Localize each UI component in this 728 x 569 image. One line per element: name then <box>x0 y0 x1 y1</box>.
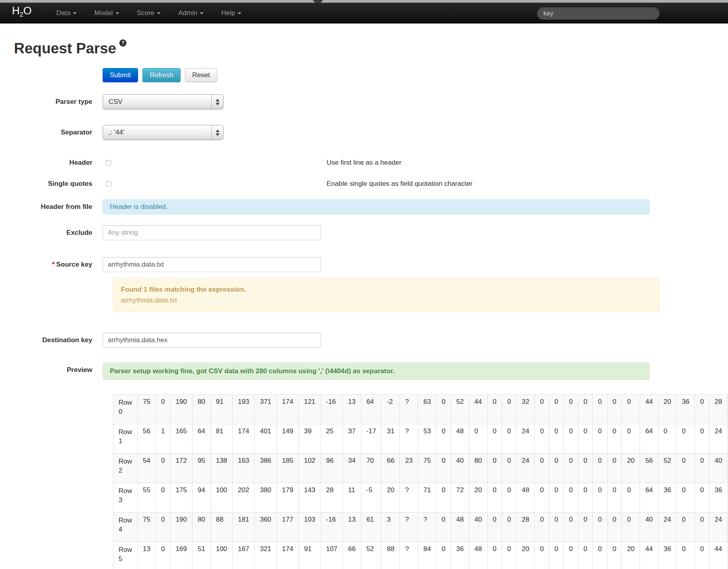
row-label-cell: Row 1 <box>113 424 138 454</box>
nav-item-label: Help <box>221 9 235 17</box>
preview-label: Preview <box>0 362 103 374</box>
table-cell: 94 <box>192 483 210 512</box>
table-cell: 1 <box>156 424 170 454</box>
single-quotes-checkbox[interactable] <box>106 181 111 187</box>
table-cell: 0 <box>593 395 607 424</box>
table-cell: 0 <box>487 512 502 542</box>
table-cell: 360 <box>255 512 276 542</box>
table-cell: 401 <box>255 424 276 454</box>
files-matching-alert: Found 1 files matching the expression. a… <box>113 278 660 312</box>
nav-item-label: Admin <box>178 9 197 17</box>
table-cell: 0 <box>578 512 592 542</box>
table-cell: 0 <box>593 454 607 483</box>
table-cell: 0 <box>578 454 592 483</box>
parser-type-select[interactable]: CSV <box>103 94 224 109</box>
nav-item-score[interactable]: Score <box>128 3 169 23</box>
table-cell: 20 <box>382 483 400 512</box>
table-cell: 72 <box>451 483 469 512</box>
table-cell: 25 <box>321 424 343 454</box>
table-cell: 75 <box>138 395 156 424</box>
table-cell: 0 <box>622 424 640 454</box>
nav-item-admin[interactable]: Admin <box>169 3 212 23</box>
table-cell: 36 <box>451 542 469 569</box>
single-quotes-label: Single quotes <box>0 180 103 188</box>
separator-value: ,: '44' <box>109 129 125 136</box>
table-cell: 0 <box>676 483 695 512</box>
table-cell: 0 <box>695 512 709 542</box>
table-cell: 40 <box>640 512 658 542</box>
table-cell: 88 <box>210 512 232 542</box>
table-cell: 0 <box>593 424 607 454</box>
exclude-input[interactable] <box>103 225 321 240</box>
preview-table-container[interactable]: Row 07501908091193371174121-161364-2?630… <box>113 394 728 569</box>
table-cell: 0 <box>469 424 487 454</box>
table-cell: 0 <box>695 542 709 569</box>
table-cell: 0 <box>564 542 578 569</box>
table-cell: 0 <box>593 542 607 569</box>
table-cell: 13 <box>343 395 361 424</box>
table-cell: 0 <box>487 454 502 483</box>
nav-item-data[interactable]: Data <box>47 3 86 23</box>
table-cell: 64 <box>640 424 658 454</box>
table-cell: 100 <box>210 542 232 569</box>
spacer <box>0 68 103 72</box>
table-cell: 0 <box>436 454 451 483</box>
table-cell: 179 <box>276 483 298 512</box>
key-search-input[interactable] <box>537 7 660 20</box>
table-cell: ? <box>400 424 418 454</box>
table-cell: 0 <box>578 542 592 569</box>
table-cell: 91 <box>210 395 232 424</box>
table-cell: 0 <box>549 542 563 569</box>
destination-key-input[interactable] <box>103 333 321 348</box>
header-help-text: Use first line as a header <box>327 160 401 166</box>
table-cell: 0 <box>549 395 563 424</box>
h2o-logo[interactable]: H2O <box>12 0 31 25</box>
table-cell: 31 <box>382 424 400 454</box>
table-cell: 28 <box>709 395 728 424</box>
table-cell: 61 <box>361 512 382 542</box>
table-cell: 56 <box>640 454 658 483</box>
parser-type-value: CSV <box>109 98 123 105</box>
refresh-button[interactable]: Refresh <box>142 68 181 82</box>
table-cell: 75 <box>138 512 156 542</box>
table-row: Row 15611656481174401149392537-1731?5304… <box>113 424 728 454</box>
table-cell: 0 <box>607 454 621 483</box>
table-cell: 190 <box>170 395 192 424</box>
table-cell: 0 <box>607 512 621 542</box>
table-cell: 44 <box>709 542 728 569</box>
row-label-cell: Row 2 <box>113 454 138 483</box>
preview-table-body: Row 07501908091193371174121-161364-2?630… <box>113 395 728 569</box>
nav-item-label: Score <box>137 9 154 17</box>
nav-item-label: Model <box>94 9 113 17</box>
source-key-input[interactable] <box>103 257 321 272</box>
table-cell: 0 <box>593 512 607 542</box>
table-cell: 28 <box>321 483 343 512</box>
nav-item-model[interactable]: Model <box>86 3 128 23</box>
nav-item-help[interactable]: Help <box>212 3 250 23</box>
row-label-cell: Row 4 <box>113 512 138 542</box>
table-cell: 0 <box>156 454 170 483</box>
table-cell: 190 <box>170 512 192 542</box>
table-cell: 0 <box>549 483 563 512</box>
table-cell: 0 <box>676 454 695 483</box>
table-cell: 24 <box>709 424 728 454</box>
table-cell: 53 <box>418 424 436 454</box>
table-cell: 0 <box>156 483 170 512</box>
table-cell: 20 <box>516 542 535 569</box>
table-cell: 48 <box>451 424 469 454</box>
separator-select[interactable]: ,: '44' <box>103 125 224 140</box>
header-checkbox[interactable] <box>106 160 111 166</box>
page-title: Request Parse? <box>14 39 728 57</box>
table-cell: 202 <box>233 483 255 512</box>
table-cell: -17 <box>361 424 382 454</box>
table-cell: 0 <box>502 542 516 569</box>
submit-button[interactable]: Submit <box>103 68 138 82</box>
table-cell: 66 <box>343 542 361 569</box>
mouse-cursor <box>313 0 323 3</box>
help-icon[interactable]: ? <box>119 39 127 47</box>
table-cell: 70 <box>361 454 382 483</box>
table-cell: 169 <box>170 542 192 569</box>
table-cell: 80 <box>469 454 487 483</box>
reset-button[interactable]: Reset <box>185 68 217 82</box>
table-cell: 0 <box>535 424 549 454</box>
